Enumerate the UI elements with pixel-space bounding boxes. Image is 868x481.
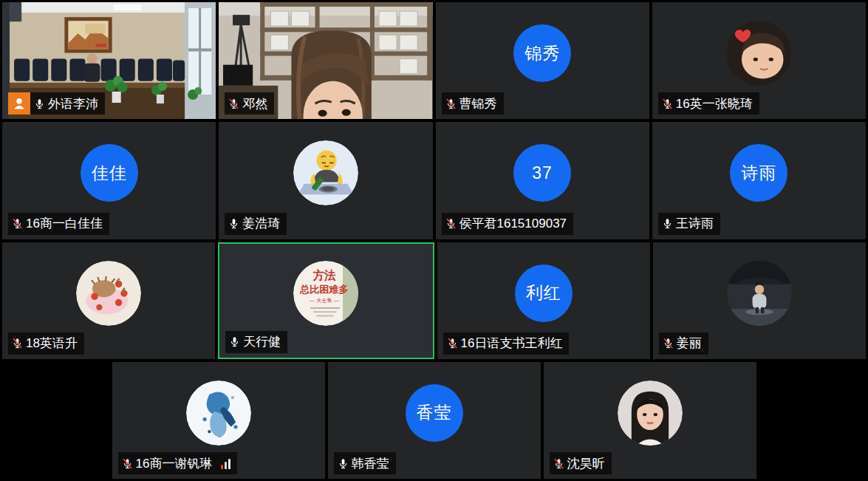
participant-name: 16英一张晓琦 [676,95,753,112]
participant-tile[interactable]: 邓然 [219,2,432,119]
mic-on-icon [228,216,239,231]
participant-name: 18英语升 [26,335,78,352]
avatar-photo-dark-figure [727,261,792,326]
gallery-row-4: 16商一谢钒琳 香莹 韩香莹 [2,362,866,479]
book-title-line1: 方法 [312,268,337,282]
book-title-line3: — 大全集 — [310,296,340,303]
avatar-photo-cake [76,261,141,326]
participant-name: 16商一白佳佳 [26,215,103,232]
mic-muted-icon [228,97,239,111]
participant-name: 曹锦秀 [459,95,497,112]
avatar: 利红 [515,265,573,322]
participant-tile[interactable]: 香莹 韩香莹 [328,362,541,479]
avatar-photo-blue-art [186,381,251,446]
mic-muted-icon [447,336,458,350]
participant-name: 16商一谢钒琳 [136,455,213,472]
participant-tile[interactable]: 18英语升 [2,242,215,359]
participant-name: 王诗雨 [676,215,714,232]
mic-muted-icon [445,97,457,111]
participant-tile[interactable]: 外语李沛 [2,2,216,119]
mic-on-icon [338,457,349,471]
participant-tile[interactable]: 诗雨 王诗雨 [652,122,866,239]
person-in-room [86,54,97,64]
mic-muted-icon [662,97,673,111]
participant-tile[interactable]: 沈昊昕 [544,362,756,479]
participant-name: 天行健 [243,333,281,350]
gallery-row-2: 佳佳 16商一白佳佳 [2,122,866,239]
participant-name: 外语李沛 [48,95,98,112]
participant-tile[interactable]: 37 侯平君1615109037 [436,122,649,239]
host-badge [8,92,30,115]
mic-muted-icon [553,457,564,471]
gallery-row-3: 18英语升 方法 总比困难多 — 大全集 — [2,242,866,359]
participant-name: 姜浩琦 [242,215,280,232]
mic-muted-icon [445,216,457,231]
avatar-photo-portrait [618,381,683,446]
book-title-line2: 总比困难多 [300,284,349,295]
avatar-photo-child [726,21,791,86]
avatar-photo-book: 方法 总比困难多 — 大全集 — [293,261,358,326]
network-signal-icon [221,458,230,469]
participant-name: 姜丽 [677,335,702,352]
person-head [292,30,372,119]
avatar: 37 [513,144,571,202]
mic-on-icon [662,216,673,231]
gallery-row-1: 外语李沛 [2,2,866,119]
participant-tile[interactable]: 利红 16日语支书王利红 [437,242,650,359]
mic-on-icon [229,335,240,349]
meeting-gallery: 外语李沛 [0,0,868,481]
mic-muted-icon [663,336,674,350]
avatar: 佳佳 [81,144,138,202]
participant-name: 邓然 [242,95,267,112]
participant-tile[interactable]: 锦秀 曹锦秀 [436,2,649,119]
mic-muted-icon [12,336,23,350]
avatar: 锦秀 [513,24,571,82]
mic-muted-icon [12,216,23,231]
mic-on-icon [34,97,45,111]
participant-tile-active-speaker[interactable]: 方法 总比困难多 — 大全集 — 天行健 [218,242,434,359]
mic-muted-icon [122,457,133,471]
participant-tile[interactable]: 姜浩琦 [219,122,432,239]
avatar: 诗雨 [730,144,787,202]
participant-name: 沈昊昕 [567,455,605,472]
participant-name: 16日语支书王利红 [461,335,563,352]
participant-name: 韩香莹 [352,455,389,472]
participant-tile[interactable]: 姜丽 [653,242,866,359]
avatar-emoji-dining [293,140,358,205]
participant-tile[interactable]: 16商一谢钒琳 [112,362,325,479]
name-labelbar: 外语李沛 [8,92,105,115]
person-icon [12,96,27,111]
participant-tile[interactable]: 佳佳 16商一白佳佳 [2,122,216,239]
avatar: 香莹 [406,384,463,442]
participant-name: 侯平君1615109037 [459,215,567,232]
participant-tile[interactable]: 16英一张晓琦 [652,2,866,119]
